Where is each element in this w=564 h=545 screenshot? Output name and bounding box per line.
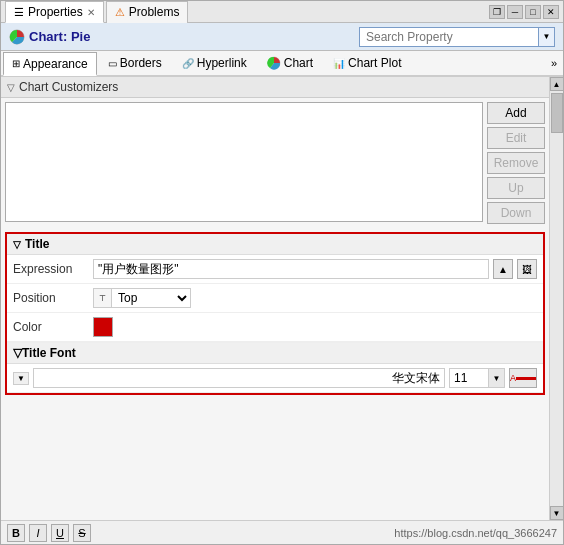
scroll-up-icon: ▲ [553,80,561,89]
font-color-button[interactable]: A [509,368,537,388]
tab-problems[interactable]: ⚠ Problems [106,1,189,23]
problems-icon: ⚠ [115,6,125,19]
scroll-down-button[interactable]: ▼ [550,506,564,520]
customizers-toggle[interactable]: ▽ [7,82,15,93]
title-toggle[interactable]: ▽ [13,239,21,250]
tab-chart[interactable]: Chart [258,51,322,75]
up-arrow-icon: ▲ [498,264,508,275]
font-section-header: ▽ Title Font [7,342,543,364]
tab-hyperlink-label: Hyperlink [197,56,247,70]
main-window: ☰ Properties ✕ ⚠ Problems ❐ ─ □ ✕ [0,0,564,545]
font-size-dropdown[interactable]: ▼ [489,368,505,388]
scroll-up-button[interactable]: ▲ [550,77,564,91]
font-size-container: ▼ [449,368,505,388]
tab-borders[interactable]: ▭ Borders [99,51,171,75]
strikethrough-button[interactable]: S [73,524,91,542]
underline-button[interactable]: U [51,524,69,542]
font-color-line [516,377,536,380]
scroll-thumb[interactable] [551,93,563,133]
underline-icon: U [56,527,64,539]
position-select-wrapper: ⊤ Top Bottom Left Right [93,288,191,308]
expression-value-container: ▲ 🖼 [93,259,537,279]
bold-button[interactable]: B [7,524,25,542]
add-button[interactable]: Add [487,102,545,124]
scrollbar: ▲ ▼ [549,77,563,520]
top-align-icon: ⊤ [99,294,106,303]
font-row: ▼ ▼ A [7,364,543,393]
position-label: Position [13,291,93,305]
scroll-down-icon: ▼ [553,509,561,518]
up-button[interactable]: Up [487,177,545,199]
tab-chart-label: Chart [284,56,313,70]
tab-appearance-label: Appearance [23,57,88,71]
tab-properties-close[interactable]: ✕ [87,7,95,18]
tab-chart-plot[interactable]: 📊 Chart Plot [324,51,410,75]
font-name-input[interactable] [33,368,445,388]
title-section-label: Title [25,237,49,251]
maximize-icon: □ [530,7,535,17]
search-input[interactable] [359,27,539,47]
tab-borders-label: Borders [120,56,162,70]
customizers-label: Chart Customizers [19,80,118,94]
restore-icon: ❐ [493,7,501,17]
position-select[interactable]: Top Bottom Left Right [111,288,191,308]
search-box: ▼ [359,27,555,47]
panel-title: Chart: Pie [9,29,90,45]
search-dropdown-button[interactable]: ▼ [539,27,555,47]
tab-appearance[interactable]: ⊞ Appearance [3,52,97,76]
color-value-container [93,317,537,337]
restore-button[interactable]: ❐ [489,5,505,19]
font-size-input[interactable] [449,368,489,388]
window-controls: ❐ ─ □ ✕ [489,5,559,19]
minimize-icon: ─ [512,7,518,17]
customizers-list[interactable] [5,102,483,222]
color-swatch[interactable] [93,317,113,337]
color-label: Color [13,320,93,334]
chevron-down-icon: ▼ [543,32,551,41]
chevron-right-icon: » [551,57,557,69]
expression-up-btn[interactable]: ▲ [493,259,513,279]
close-button[interactable]: ✕ [543,5,559,19]
borders-icon: ▭ [108,58,117,69]
font-toggle[interactable]: ▽ [13,346,22,360]
chartplot-icon: 📊 [333,58,345,69]
customizers-section-header: ▽ Chart Customizers [1,77,549,98]
appearance-icon: ⊞ [12,58,20,69]
color-row: Color [7,313,543,342]
bottom-toolbar: B I U S https://blog.csdn.net/qq_3666247 [1,520,563,544]
expression-image-btn[interactable]: 🖼 [517,259,537,279]
list-icon: ☰ [14,6,24,19]
tab-hyperlink[interactable]: 🔗 Hyperlink [173,51,256,75]
tab-problems-label: Problems [129,5,180,19]
down-button[interactable]: Down [487,202,545,224]
maximize-button[interactable]: □ [525,5,541,19]
expression-label: Expression [13,262,93,276]
tab-chart-plot-label: Chart Plot [348,56,401,70]
main-panel: ▽ Chart Customizers Add Edit Remove Up D… [1,77,549,520]
position-icon: ⊤ [93,288,111,308]
sub-tabs-more-button[interactable]: » [547,55,561,71]
chart-icon [267,56,281,70]
sub-tabs: ⊞ Appearance ▭ Borders 🔗 Hyperlink Chart… [1,51,563,77]
italic-icon: I [36,527,39,539]
italic-button[interactable]: I [29,524,47,542]
tab-bar: ☰ Properties ✕ ⚠ Problems ❐ ─ □ ✕ [1,1,563,23]
expression-input[interactable] [93,259,489,279]
edit-button[interactable]: Edit [487,127,545,149]
chevron-down-icon: ▼ [493,374,501,383]
content-area: ▽ Chart Customizers Add Edit Remove Up D… [1,77,563,520]
tab-properties[interactable]: ☰ Properties ✕ [5,1,104,23]
close-icon: ✕ [547,7,555,17]
font-section-label: Title Font [22,346,76,360]
expression-row: Expression ▲ 🖼 [7,255,543,284]
customizers-buttons: Add Edit Remove Up Down [487,102,545,224]
minimize-button[interactable]: ─ [507,5,523,19]
position-row: Position ⊤ Top Bottom Left Right [7,284,543,313]
strikethrough-icon: S [78,527,85,539]
font-style-dropdown-icon: ▼ [13,372,29,385]
panel-header: Chart: Pie ▼ [1,23,563,51]
title-section-header: ▽ Title [7,234,543,255]
title-section: ▽ Title Expression ▲ 🖼 [5,232,545,395]
remove-button[interactable]: Remove [487,152,545,174]
status-text: https://blog.csdn.net/qq_3666247 [394,527,557,539]
